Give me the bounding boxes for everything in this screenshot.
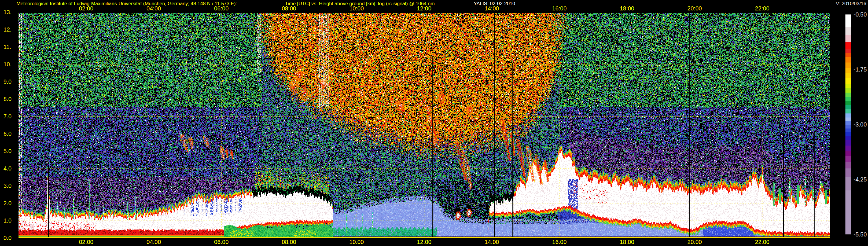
height-tick: 8.0 bbox=[3, 96, 11, 102]
time-tick-bottom: 12:00 bbox=[417, 239, 431, 245]
time-tick-top: 16:00 bbox=[552, 5, 566, 12]
lidar-heatmap-canvas bbox=[19, 13, 830, 238]
time-tick-bottom: 02:00 bbox=[79, 239, 93, 245]
colorbar-tick-label: -3.00 bbox=[854, 121, 867, 128]
institute-title: Meteorological Institute of Ludwig-Maxim… bbox=[17, 1, 237, 6]
time-tick-top: 14:00 bbox=[485, 5, 499, 12]
colorbar-tick-label: -4.25 bbox=[854, 176, 867, 183]
lidar-quicklook-screen: Meteorological Institute of Ludwig-Maxim… bbox=[0, 0, 868, 246]
height-tick: 0.0 bbox=[3, 235, 11, 241]
time-tick-top: 18:00 bbox=[620, 5, 634, 12]
colorbar bbox=[845, 14, 851, 235]
height-tick: 11. bbox=[3, 44, 11, 50]
height-tick: 7.0 bbox=[3, 113, 11, 120]
time-tick-top: 22:00 bbox=[755, 5, 769, 12]
time-tick-top: 04:00 bbox=[146, 5, 161, 12]
height-tick: 6.0 bbox=[3, 130, 11, 137]
time-tick-bottom: 10:00 bbox=[349, 239, 364, 245]
time-tick-bottom: 16:00 bbox=[552, 239, 566, 245]
height-tick: 4.0 bbox=[3, 165, 11, 172]
time-tick-bottom: 20:00 bbox=[687, 239, 702, 245]
time-tick-top: 20:00 bbox=[687, 5, 702, 12]
height-tick: 1.0 bbox=[3, 217, 11, 224]
colorbar-tick-label: -5.50 bbox=[854, 231, 867, 238]
height-tick: 13. bbox=[3, 9, 11, 16]
time-tick-bottom: 04:00 bbox=[146, 239, 161, 245]
time-tick-bottom: 18:00 bbox=[620, 239, 634, 245]
time-tick-top: 02:00 bbox=[79, 5, 93, 12]
time-tick-top: 12:00 bbox=[417, 5, 431, 12]
height-tick: 2.0 bbox=[3, 200, 11, 207]
time-tick-top: 08:00 bbox=[282, 5, 296, 12]
colorbar-tick-label: -1.75 bbox=[854, 66, 867, 73]
time-tick-bottom: 22:00 bbox=[755, 239, 769, 245]
height-tick: 9.0 bbox=[3, 79, 11, 85]
version-stamp: V: 2010/03/16 bbox=[836, 1, 866, 6]
time-tick-bottom: 08:00 bbox=[282, 239, 296, 245]
time-tick-top: 10:00 bbox=[349, 5, 364, 12]
colorbar-tick-label: -0.50 bbox=[854, 11, 867, 18]
height-tick: 3.0 bbox=[3, 183, 11, 189]
time-tick-bottom: 14:00 bbox=[485, 239, 499, 245]
height-tick: 12. bbox=[3, 26, 11, 33]
time-tick-top: 06:00 bbox=[214, 5, 228, 12]
height-tick: 5.0 bbox=[3, 148, 11, 155]
height-tick: 10. bbox=[3, 61, 11, 68]
time-tick-bottom: 06:00 bbox=[214, 239, 228, 245]
